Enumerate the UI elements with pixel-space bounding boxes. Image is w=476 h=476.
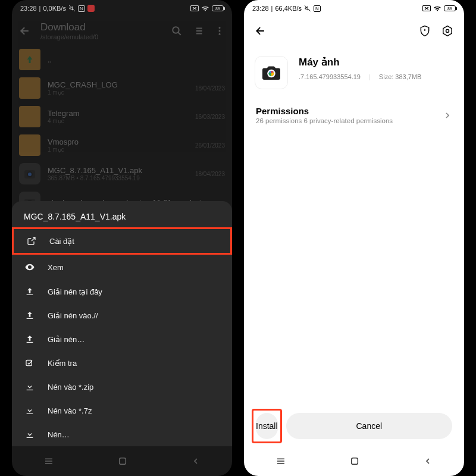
sheet-item-download[interactable]: Nén… <box>12 422 232 446</box>
file-name: Vmospro <box>48 137 190 146</box>
list-view-icon[interactable] <box>193 26 203 36</box>
svg-point-17 <box>446 30 449 33</box>
nav-back-icon[interactable] <box>423 456 433 466</box>
nav-recent-icon[interactable] <box>275 456 286 466</box>
battery-icon: 89 <box>444 5 456 11</box>
sheet-title: MGC_8.7.165_A11_V1.apk <box>12 209 232 227</box>
folder-icon <box>19 77 40 99</box>
status-bar-left: 23:28 | 0,0KB/s N 89 <box>12 0 232 17</box>
x-box-icon <box>190 5 199 11</box>
cancel-button[interactable]: Cancel <box>286 413 452 439</box>
svg-point-2 <box>173 27 179 33</box>
sheet-item-label: Giải nén vào.// <box>48 311 98 320</box>
file-date: 16/03/2023 <box>195 114 225 120</box>
sheet-item-label: Xem <box>48 263 64 272</box>
sheet-item-download[interactable]: Nén vào *.7z <box>12 399 232 422</box>
x-box-icon <box>422 5 431 11</box>
svg-rect-13 <box>26 360 32 365</box>
folder-row[interactable]: MGC_CRASH_LOG1 mục18/04/2023 <box>12 74 232 102</box>
nav-home-icon[interactable] <box>118 456 127 466</box>
file-meta: 1 mục <box>48 89 190 96</box>
shield-alert-icon[interactable] <box>419 25 431 37</box>
sheet-item-label: Nén vào *.zip <box>48 383 93 392</box>
sheet-item-upload[interactable]: Giải nén tại đây <box>12 280 232 303</box>
folder-row[interactable]: Telegram4 mục16/03/2023 <box>12 102 232 131</box>
upload-icon <box>24 334 36 344</box>
up-row[interactable]: .. <box>12 45 232 74</box>
sheet-item-label: Nén… <box>48 430 70 439</box>
upload-icon <box>24 311 36 320</box>
sheet-item-label: Giải nén… <box>48 335 84 344</box>
sheet-item-label: Giải nén tại đây <box>48 287 102 296</box>
phone-left: 23:28 | 0,0KB/s N 89 Download /storage/e… <box>12 0 232 476</box>
sheet-item-download[interactable]: Nén vào *.zip <box>12 375 232 399</box>
back-icon[interactable] <box>19 25 31 37</box>
sheet-item-check-box[interactable]: Kiểm tra <box>12 351 232 375</box>
folder-icon <box>19 106 40 127</box>
sheet-item-label: Kiểm tra <box>48 359 77 368</box>
sheet-item-open-external[interactable]: Cài đặt <box>12 227 232 255</box>
status-speed: 66,4KB/s <box>275 5 302 12</box>
svg-point-3 <box>219 27 221 29</box>
install-highlight: Install <box>252 409 282 443</box>
wifi-icon <box>433 5 441 12</box>
sheet-item-eye[interactable]: Xem <box>12 255 232 280</box>
more-icon[interactable] <box>214 26 225 36</box>
check-box-icon <box>24 358 36 368</box>
nav-recent-icon[interactable] <box>43 456 54 466</box>
settings-hex-icon[interactable] <box>441 25 453 37</box>
sheet-item-upload[interactable]: Giải nén… <box>12 327 232 351</box>
svg-rect-14 <box>120 458 126 465</box>
sheet-item-upload[interactable]: Giải nén vào.// <box>12 303 232 327</box>
camera-icon <box>261 62 282 83</box>
perms-title: Permissions <box>256 106 443 116</box>
download-icon <box>24 406 36 415</box>
file-meta: 1 mục <box>48 146 190 153</box>
file-row-apk[interactable]: MGC_8.7.165_A11_V1.apk365.87MB • 8.7.165… <box>12 159 232 188</box>
nav-bar-right <box>244 446 464 476</box>
nav-bar-left <box>12 446 232 476</box>
permissions-row[interactable]: Permissions 26 permissions 6 privacy-rel… <box>244 100 464 130</box>
install-button[interactable]: Install <box>256 413 278 439</box>
fm-title: Download <box>40 21 171 33</box>
upload-icon <box>24 287 36 296</box>
nav-back-icon[interactable] <box>191 456 201 466</box>
folder-up-icon <box>19 49 40 70</box>
file-name: MGC_8.7.165_A11_V1.apk <box>48 166 190 175</box>
open-external-icon <box>26 236 37 246</box>
status-time: 23:28 <box>20 5 37 12</box>
folder-row[interactable]: Vmospro1 mục26/01/2023 <box>12 131 232 159</box>
battery-icon: 89 <box>212 5 224 11</box>
nav-home-icon[interactable] <box>350 456 359 466</box>
phone-right: 23:28 | 66,4KB/s N 89 Máy ảnh .7.165.479… <box>244 0 464 476</box>
file-date: 18/04/2023 <box>195 171 225 177</box>
chevron-right-icon <box>443 111 452 120</box>
download-icon <box>24 430 36 439</box>
perms-sub: 26 permissions 6 privacy-related permiss… <box>256 117 443 124</box>
svg-rect-20 <box>352 458 358 465</box>
back-icon[interactable] <box>255 25 267 37</box>
app-icon <box>255 56 288 89</box>
app-indicator-icon <box>87 5 95 12</box>
apk-icon <box>19 163 40 184</box>
status-time: 23:28 <box>252 5 269 12</box>
svg-point-5 <box>219 33 221 35</box>
file-name: MGC_CRASH_LOG <box>48 80 190 89</box>
dim-backdrop: Download /storage/emulated/0 ..MGC_CRASH… <box>12 17 232 217</box>
eye-icon <box>24 262 36 273</box>
folder-icon <box>19 134 40 156</box>
fm-path: /storage/emulated/0 <box>40 33 171 40</box>
file-date: 18/04/2023 <box>195 85 225 92</box>
nfc-icon: N <box>78 5 85 12</box>
svg-point-12 <box>29 267 31 268</box>
file-date: 26/01/2023 <box>195 142 225 149</box>
svg-point-4 <box>219 30 221 32</box>
search-icon[interactable] <box>171 26 182 36</box>
status-bar-right: 23:28 | 66,4KB/s N 89 <box>244 0 464 17</box>
nfc-icon: N <box>314 5 321 12</box>
app-block: Máy ảnh .7.165.479933554.19 | Size: 383,… <box>244 45 464 100</box>
status-speed: 0,0KB/s <box>43 5 66 12</box>
file-meta: 365.87MB • 8.7.165.479933554.19 <box>48 175 190 181</box>
mute-icon <box>68 5 76 12</box>
file-meta: 4 mục <box>48 118 190 124</box>
